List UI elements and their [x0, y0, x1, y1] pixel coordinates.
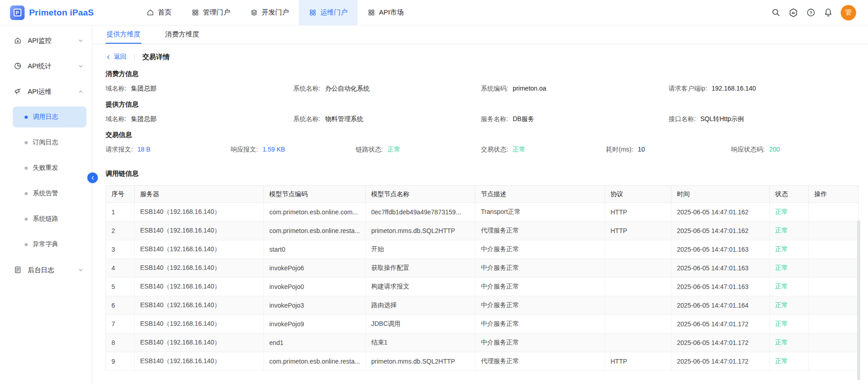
- sidebar-item-backend-log[interactable]: 后台日志: [0, 259, 92, 280]
- nav-item-dev-portal[interactable]: 开发门户: [240, 0, 299, 25]
- sidebar-item-system-alert[interactable]: 系统告警: [13, 183, 86, 204]
- nav-item-ops-portal[interactable]: 运维门户: [299, 0, 358, 25]
- elapsed-ms-value: 10: [638, 146, 645, 153]
- main-content: 提供方维度 消费方维度 返回 交易详情 消费方信息 域名称:集团总部 系统名称:…: [93, 25, 868, 385]
- table-cell: invokePojo9: [264, 315, 366, 333]
- logo-text: Primeton iPaaS: [29, 8, 94, 18]
- table-cell: 开始: [366, 240, 475, 258]
- avatar-text: 管: [845, 8, 852, 17]
- sidebar-item-label: 系统链路: [33, 215, 58, 223]
- table-cell: [605, 259, 671, 277]
- bell-icon[interactable]: [823, 8, 833, 17]
- field-link-status: 链路状态:正常: [356, 146, 481, 154]
- sidebar-item-system-trace[interactable]: 系统链路: [13, 208, 86, 229]
- tab-label: 提供方维度: [106, 30, 141, 39]
- pie-chart-icon: [14, 62, 22, 70]
- help-icon[interactable]: ?: [806, 8, 816, 17]
- chevron-down-icon: [78, 38, 84, 44]
- sidebar-item-label: API监控: [28, 36, 78, 45]
- table-cell: [809, 296, 859, 314]
- table-cell: 路由选择: [366, 296, 475, 314]
- back-label: 返回: [114, 53, 126, 61]
- sidebar-item-api-ops[interactable]: API运维: [0, 81, 92, 102]
- nav-item-api-market[interactable]: API市场: [358, 0, 414, 25]
- sidebar-item-api-monitor[interactable]: API监控: [0, 30, 92, 51]
- table-cell: 中介服务正常: [475, 240, 605, 258]
- transaction-section-title: 交易信息: [106, 131, 868, 139]
- search-icon[interactable]: [771, 8, 781, 17]
- status-badge: 正常: [770, 278, 809, 296]
- table-cell: 2025-06-05 14:47:01.163: [671, 259, 770, 277]
- chain-table-header: 序号服务器模型节点编码模型节点名称节点描述协议时间状态操作: [106, 186, 858, 203]
- bullet-dot-icon: [25, 218, 28, 221]
- table-cell: com.primeton.esb.online.com...: [264, 203, 366, 221]
- field-domain-name: 域名称:集团总部: [106, 115, 293, 123]
- sidebar-item-label: API统计: [28, 62, 78, 71]
- sidebar-item-label: 调用日志: [33, 113, 58, 121]
- table-cell: end1: [264, 334, 366, 352]
- chevron-down-icon: [78, 267, 84, 273]
- table-scrollbar[interactable]: [857, 220, 860, 380]
- table-row: 3ESB140（192.168.16.140）start0开始中介服务正常202…: [106, 240, 858, 259]
- table-row: 4ESB140（192.168.16.140）invokePojo6获取操作配置…: [106, 259, 858, 278]
- consumer-fields: 域名称:集团总部 系统名称:办公自动化系统 系统编码:primeton.oa 请…: [106, 85, 856, 93]
- nav-item-label: 开发门户: [262, 8, 289, 17]
- table-cell: 代理服务正常: [475, 222, 605, 240]
- table-cell: HTTP: [605, 222, 671, 240]
- ai-assistant-icon[interactable]: AI: [788, 8, 798, 18]
- consumer-section-title: 消费方信息: [106, 70, 868, 78]
- table-cell: 构建请求报文: [366, 278, 475, 296]
- bullet-dot-icon: [25, 167, 28, 170]
- table-cell: HTTP: [605, 352, 671, 370]
- field-elapsed-ms: 耗时(ms):10: [606, 146, 731, 154]
- svg-text:AI: AI: [792, 10, 795, 15]
- response-payload-link[interactable]: 1.59 KB: [262, 146, 285, 153]
- nav-item-home[interactable]: 首页: [136, 0, 182, 25]
- table-cell: 6: [106, 296, 135, 314]
- layers-icon: [250, 9, 258, 16]
- table-cell: com.primeton.esb.online.resta...: [264, 222, 366, 240]
- table-cell: 3: [106, 240, 135, 258]
- megaphone-icon: [14, 87, 22, 96]
- tab-provider-dimension[interactable]: 提供方维度: [106, 25, 141, 44]
- app-logo: P Primeton iPaaS: [0, 5, 114, 20]
- request-payload-link[interactable]: 18 B: [137, 146, 151, 153]
- table-row: 5ESB140（192.168.16.140）invokePojo0构建请求报文…: [106, 278, 858, 296]
- table-cell: 结束1: [366, 334, 475, 352]
- chain-table-body: 1ESB140（192.168.16.140）com.primeton.esb.…: [106, 203, 858, 371]
- collapse-panel-button[interactable]: [87, 172, 98, 183]
- sidebar-item-subscription-log[interactable]: 订阅日志: [13, 132, 86, 153]
- main-nav: 首页 管理门户 开发门户 运维门户 API市场: [136, 0, 414, 25]
- nav-item-label: 管理门户: [203, 8, 230, 17]
- table-cell: 7: [106, 315, 135, 333]
- chevron-up-icon: [78, 89, 84, 95]
- column-header: 协议: [605, 186, 671, 203]
- topbar-actions: AI ? 管: [771, 5, 868, 20]
- table-cell: 2025-06-05 14:47:01.162: [671, 222, 770, 240]
- chevron-down-icon: [78, 63, 84, 69]
- table-cell: [809, 240, 859, 258]
- tab-consumer-dimension[interactable]: 消费方维度: [164, 25, 200, 44]
- grid-icon: [309, 9, 317, 16]
- table-row: 1ESB140（192.168.16.140）com.primeton.esb.…: [106, 203, 858, 222]
- back-button[interactable]: 返回: [106, 53, 126, 61]
- sidebar-item-exception-dictionary[interactable]: 异常字典: [13, 234, 86, 255]
- sidebar-item-label: API运维: [28, 87, 78, 96]
- table-cell: 获取操作配置: [366, 259, 475, 277]
- sidebar-item-api-statistics[interactable]: API统计: [0, 56, 92, 76]
- table-cell: invokePojo6: [264, 259, 366, 277]
- table-cell: ESB140（192.168.16.140）: [135, 334, 264, 352]
- link-status-value: 正常: [388, 146, 400, 153]
- table-cell: ESB140（192.168.16.140）: [135, 240, 264, 258]
- field-domain-name: 域名称:集团总部: [106, 85, 293, 93]
- table-cell: ESB140（192.168.16.140）: [135, 352, 264, 370]
- table-row: 8ESB140（192.168.16.140）end1结束1中介服务正常2025…: [106, 334, 858, 352]
- sidebar-item-failure-retry[interactable]: 失败重发: [13, 157, 86, 178]
- field-client-ip: 请求客户端ip:192.168.16.140: [669, 85, 857, 93]
- sidebar-item-call-log[interactable]: 调用日志: [13, 106, 86, 127]
- avatar[interactable]: 管: [841, 5, 856, 20]
- table-cell: [809, 278, 859, 296]
- nav-item-admin-portal[interactable]: 管理门户: [182, 0, 240, 25]
- status-badge: 正常: [770, 334, 809, 352]
- bullet-dot-icon: [25, 141, 28, 144]
